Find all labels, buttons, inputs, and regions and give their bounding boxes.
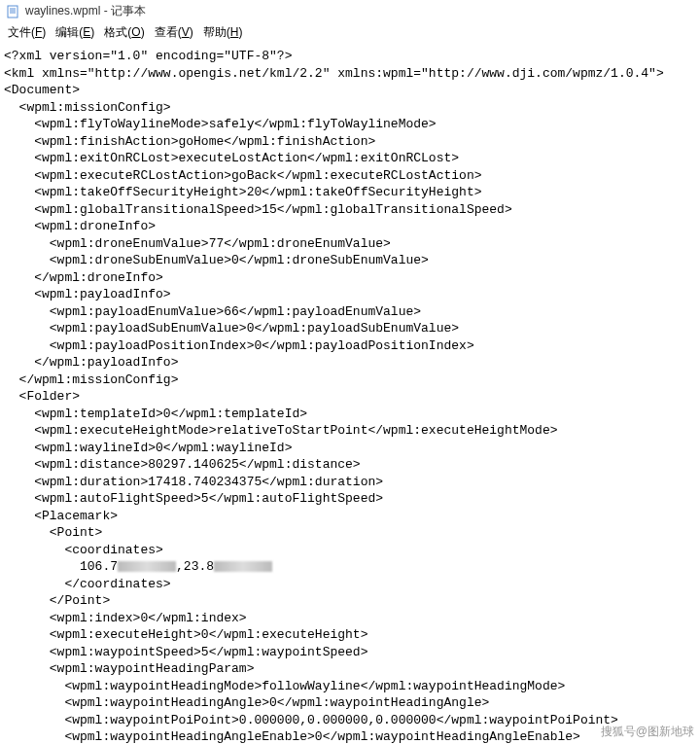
text-line: <wpml:index>0</wpml:index>: [4, 610, 696, 627]
text-line: <wpml:waypointHeadingMode>followWayline<…: [4, 678, 696, 695]
text-line: <wpml:autoFlightSpeed>5</wpml:autoFlight…: [4, 490, 696, 508]
text-line: </wpml:payloadInfo>: [4, 354, 696, 372]
text-line: <wpml:droneInfo>: [4, 218, 696, 235]
redacted-text: [214, 561, 272, 572]
text-line: <wpml:payloadSubEnumValue>0</wpml:payloa…: [4, 320, 696, 337]
text-line: <wpml:templateId>0</wpml:templateId>: [4, 406, 696, 423]
text-line: <wpml:payloadPositionIndex>0</wpml:paylo…: [4, 337, 696, 355]
menu-format[interactable]: 格式(O): [100, 23, 148, 42]
text-line: <wpml:waylineId>0</wpml:waylineId>: [4, 440, 696, 457]
window-titlebar: waylines.wpml - 记事本: [0, 0, 700, 21]
menubar: 文件(F) 编辑(E) 格式(O) 查看(V) 帮助(H): [0, 21, 700, 46]
text-line: <Point>: [4, 524, 696, 542]
text-line: <wpml:payloadEnumValue>66</wpml:payloadE…: [4, 303, 696, 321]
text-line: <Document>: [4, 82, 696, 99]
text-line: <Folder>: [4, 388, 696, 406]
text-line: <wpml:waypointHeadingAngleEnable>0</wpml…: [4, 728, 696, 744]
text-line: <wpml:flyToWaylineMode>safely</wpml:flyT…: [4, 116, 696, 133]
text-line: </wpml:missionConfig>: [4, 372, 696, 389]
menu-view[interactable]: 查看(V): [151, 23, 197, 42]
text-line: <wpml:executeHeightMode>relativeToStartP…: [4, 422, 696, 440]
text-line: <wpml:waypointPoiPoint>0.000000,0.000000…: [4, 712, 696, 729]
text-line: <Placemark>: [4, 508, 696, 525]
menu-edit[interactable]: 编辑(E): [52, 23, 98, 42]
text-line: <wpml:waypointHeadingParam>: [4, 660, 696, 678]
text-line: <wpml:duration>17418.740234375</wpml:dur…: [4, 474, 696, 491]
text-line: <wpml:droneSubEnumValue>0</wpml:droneSub…: [4, 252, 696, 269]
text-line: <wpml:takeOffSecurityHeight>20</wpml:tak…: [4, 184, 696, 201]
text-line: </Point>: [4, 592, 696, 610]
text-line: <wpml:waypointHeadingAngle>0</wpml:waypo…: [4, 694, 696, 712]
text-line: <coordinates>: [4, 542, 696, 559]
text-line: <wpml:missionConfig>: [4, 99, 696, 117]
text-line: 106.7,23.8: [4, 558, 696, 576]
text-line: <wpml:droneEnumValue>77</wpml:droneEnumV…: [4, 235, 696, 253]
menu-help[interactable]: 帮助(H): [199, 23, 247, 42]
text-content-area[interactable]: <?xml version="1.0" encoding="UTF-8"?><k…: [0, 46, 700, 744]
menu-file[interactable]: 文件(F): [4, 23, 50, 42]
svg-rect-0: [8, 6, 18, 18]
window-title: waylines.wpml - 记事本: [25, 3, 146, 19]
text-line: </wpml:droneInfo>: [4, 269, 696, 287]
text-line: <wpml:executeRCLostAction>goBack</wpml:e…: [4, 167, 696, 185]
text-line: </coordinates>: [4, 576, 696, 593]
redacted-text: [118, 561, 176, 572]
text-line: <wpml:payloadInfo>: [4, 286, 696, 303]
watermark: 搜狐号@图新地球: [601, 724, 694, 740]
text-line: <wpml:distance>80297.140625</wpml:distan…: [4, 456, 696, 474]
text-line: <wpml:executeHeight>0</wpml:executeHeigh…: [4, 626, 696, 644]
text-line: <wpml:finishAction>goHome</wpml:finishAc…: [4, 133, 696, 151]
text-line: <wpml:waypointSpeed>5</wpml:waypointSpee…: [4, 644, 696, 661]
text-line: <kml xmlns="http://www.opengis.net/kml/2…: [4, 65, 696, 83]
notepad-icon: [6, 4, 21, 19]
text-line: <wpml:exitOnRCLost>executeLostAction</wp…: [4, 150, 696, 167]
text-line: <wpml:globalTransitionalSpeed>15</wpml:g…: [4, 201, 696, 219]
text-line: <?xml version="1.0" encoding="UTF-8"?>: [4, 48, 696, 65]
